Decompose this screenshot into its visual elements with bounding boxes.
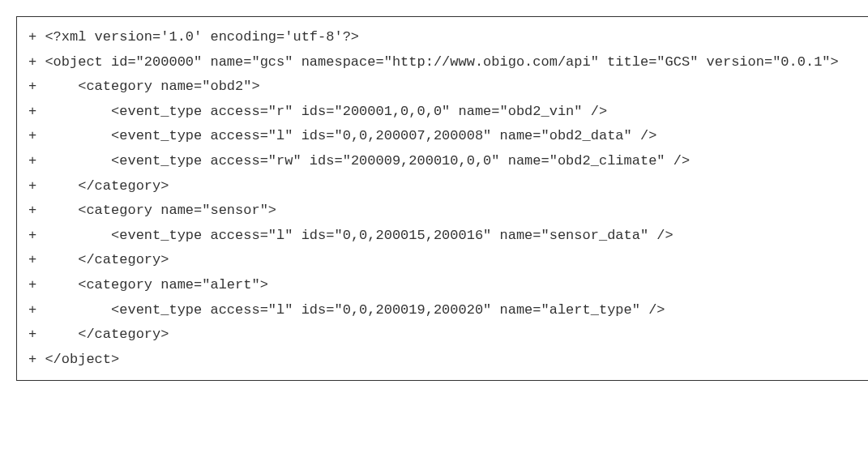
diff-prefix: + [28,79,78,94]
code-line: + <event_type access="rw" ids="200009,20… [28,149,868,174]
code-text: </category> [78,252,169,267]
code-line: + <event_type access="l" ids="0,0,200007… [28,124,868,149]
code-text: </category> [78,178,169,194]
diff-prefix: + [28,178,78,194]
code-line: + <event_type access="l" ids="0,0,200015… [28,224,868,249]
diff-prefix: + [28,228,111,243]
code-line: + <?xml version='1.0' encoding='utf-8'?> [28,25,868,50]
code-line: + <category name="obd2"> [28,75,868,100]
code-text: <event_type access="l" ids="0,0,200015,2… [111,228,673,243]
diff-prefix: + [28,128,111,143]
diff-prefix: + [28,252,78,267]
code-line: + </category> [28,174,868,199]
diff-prefix: + [28,302,111,318]
code-line: + </category> [28,322,868,348]
code-line: + </object> [28,348,868,373]
code-line: + <object id="200000" name="gcs" namespa… [28,50,868,75]
diff-prefix: + [28,352,45,367]
code-line: + </category> [28,248,868,273]
diff-prefix: + [28,29,45,45]
code-text: </object> [45,352,119,367]
diff-prefix: + [28,54,45,70]
code-text: <event_type access="r" ids="200001,0,0,0… [111,104,607,119]
code-text: </category> [78,327,169,342]
code-text: <category name="sensor"> [78,203,276,218]
code-text: <?xml version='1.0' encoding='utf-8'?> [45,29,359,45]
diff-prefix: + [28,203,78,218]
code-text: <event_type access="l" ids="0,0,200019,2… [111,302,665,318]
code-line: + <category name="sensor"> [28,199,868,224]
code-block: + <?xml version='1.0' encoding='utf-8'?>… [16,16,868,381]
code-line: + <category name="alert"> [28,273,868,298]
diff-prefix: + [28,153,111,169]
diff-prefix: + [28,104,111,119]
diff-prefix: + [28,277,78,293]
code-text: <event_type access="rw" ids="200009,2000… [111,153,690,169]
code-line: + <event_type access="r" ids="200001,0,0… [28,100,868,125]
code-text: <event_type access="l" ids="0,0,200007,2… [111,128,656,143]
diff-prefix: + [28,327,78,342]
code-text: <object id="200000" name="gcs" namespace… [45,54,838,70]
code-line: + <event_type access="l" ids="0,0,200019… [28,298,868,323]
code-text: <category name="obd2"> [78,79,259,94]
code-text: <category name="alert"> [78,277,268,293]
